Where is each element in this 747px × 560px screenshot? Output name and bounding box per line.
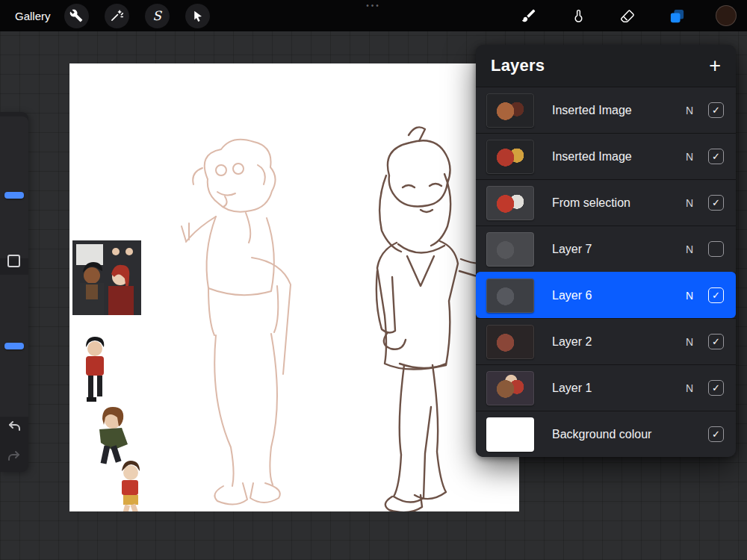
layer-thumbnail[interactable] (486, 186, 534, 220)
layer-visibility-checkbox[interactable]: ✓ (708, 426, 724, 442)
reference-chibi-1 (86, 337, 104, 402)
layer-visibility-checkbox[interactable]: ✓ (708, 287, 724, 303)
canvas[interactable] (69, 63, 519, 511)
arrow-cursor-icon (191, 10, 204, 22)
blend-mode-button[interactable]: N (683, 105, 696, 116)
blend-mode-button[interactable]: N (683, 382, 696, 394)
layers-panel-title: Layers (491, 56, 545, 75)
adjustments-button[interactable] (105, 4, 129, 28)
layer-row[interactable]: Inserted Image N ✓ (476, 133, 736, 179)
layer-thumbnail[interactable] (486, 140, 534, 174)
layer-name: From selection (552, 196, 683, 210)
layers-icon (669, 7, 686, 25)
layer-row[interactable]: Inserted Image N ✓ (476, 87, 736, 133)
blend-mode-button[interactable]: N (683, 151, 696, 163)
canvas-artwork (69, 63, 519, 511)
side-toolbar (0, 112, 28, 472)
brush-icon (521, 7, 537, 24)
layer-name: Background colour (552, 428, 683, 441)
layer-thumbnail[interactable] (486, 93, 534, 128)
layer-visibility-checkbox[interactable]: ✓ (708, 149, 724, 164)
redo-button[interactable] (6, 448, 22, 464)
layer-name: Layer 7 (552, 243, 683, 256)
layer-name: Inserted Image (552, 150, 683, 164)
color-swatch-button[interactable] (716, 5, 737, 26)
layer-row[interactable]: Layer 6 N ✓ (476, 272, 736, 318)
layer-row[interactable]: Layer 7 N (476, 225, 736, 272)
current-color-circle (716, 5, 737, 26)
selection-s-icon: S (152, 10, 161, 22)
blend-mode-button[interactable]: N (683, 197, 696, 209)
layers-panel: Layers + Inserted Image N ✓ Inserted Ima… (476, 45, 736, 457)
layer-name: Layer 2 (552, 335, 683, 349)
opacity-handle[interactable] (4, 343, 24, 349)
undo-button[interactable] (6, 418, 22, 435)
layer-visibility-checkbox[interactable]: ✓ (708, 380, 724, 396)
layer-name: Layer 1 (552, 382, 683, 395)
gallery-button[interactable]: Gallery (15, 10, 51, 22)
eraser-icon (620, 8, 636, 24)
layer-visibility-checkbox[interactable]: ✓ (708, 334, 724, 349)
right-tool-group (518, 5, 737, 26)
modify-button[interactable] (7, 255, 20, 267)
reference-portraits (72, 240, 141, 315)
add-layer-button[interactable]: + (707, 56, 722, 76)
smudge-tool-button[interactable] (568, 5, 589, 26)
brush-size-handle[interactable] (4, 192, 24, 199)
eraser-tool-button[interactable] (617, 5, 638, 26)
selection-button[interactable]: S (145, 4, 170, 28)
blend-mode-button[interactable]: N (683, 290, 696, 302)
layer-thumbnail[interactable] (486, 279, 534, 313)
layers-button[interactable] (666, 5, 687, 26)
wrench-icon (69, 9, 83, 22)
reference-chibi-2 (99, 407, 128, 464)
brush-size-slider[interactable] (0, 116, 28, 258)
blend-mode-button[interactable]: N (683, 243, 696, 255)
redo-icon (7, 449, 22, 464)
smudge-icon (571, 8, 586, 24)
layers-panel-header: Layers + (476, 45, 736, 87)
layer-row[interactable]: Layer 1 N ✓ (476, 364, 736, 411)
layer-name: Inserted Image (552, 104, 683, 117)
layer-row[interactable]: Background colour ✓ (476, 411, 736, 457)
layer-name: Layer 6 (552, 289, 683, 302)
window-handle-dots[interactable]: ••• (366, 1, 381, 10)
layers-list: Inserted Image N ✓ Inserted Image N ✓ Fr… (476, 87, 736, 457)
layer-thumbnail[interactable] (486, 232, 534, 267)
layer-row[interactable]: Layer 2 N ✓ (476, 318, 736, 364)
brush-tool-button[interactable] (518, 5, 539, 26)
layer-visibility-checkbox[interactable] (708, 241, 724, 257)
layer-row[interactable]: From selection N ✓ (476, 179, 736, 225)
blend-mode-button[interactable]: N (683, 336, 696, 348)
transform-button[interactable] (185, 4, 210, 28)
reference-chibi-3 (122, 461, 140, 511)
left-tool-group: S (64, 4, 210, 28)
layer-thumbnail[interactable] (486, 325, 534, 359)
top-toolbar: Gallery S ••• (0, 0, 747, 31)
magic-wand-icon (110, 9, 123, 22)
layer-thumbnail[interactable] (486, 371, 534, 405)
actions-button[interactable] (64, 4, 89, 28)
layer-visibility-checkbox[interactable]: ✓ (708, 102, 724, 118)
layer-visibility-checkbox[interactable]: ✓ (708, 195, 724, 211)
undo-icon (7, 419, 22, 434)
layer-thumbnail[interactable] (486, 417, 534, 452)
